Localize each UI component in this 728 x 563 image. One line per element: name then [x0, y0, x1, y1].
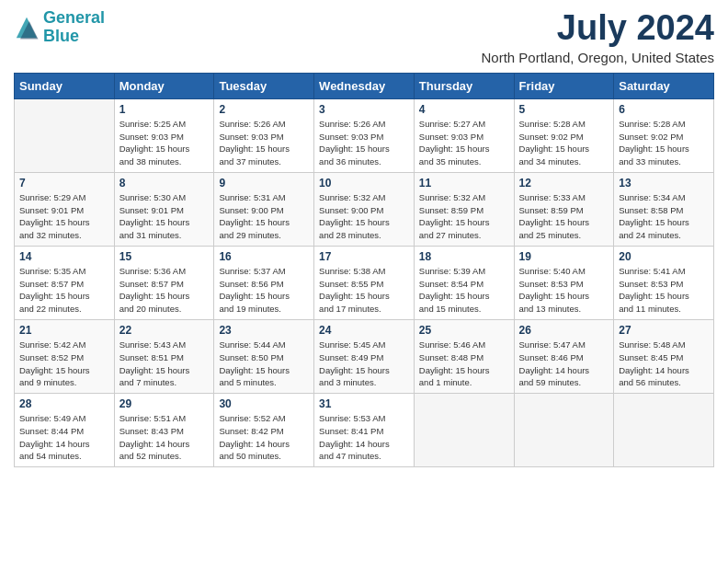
calendar-cell: 19Sunrise: 5:40 AM Sunset: 8:53 PM Dayli… [514, 246, 614, 319]
day-info: Sunrise: 5:25 AM Sunset: 9:03 PM Dayligh… [119, 118, 210, 168]
day-info: Sunrise: 5:48 AM Sunset: 8:45 PM Dayligh… [619, 339, 709, 389]
day-info: Sunrise: 5:38 AM Sunset: 8:55 PM Dayligh… [319, 265, 409, 316]
day-info: Sunrise: 5:37 AM Sunset: 8:56 PM Dayligh… [219, 265, 309, 316]
calendar-cell: 13Sunrise: 5:34 AM Sunset: 8:58 PM Dayli… [614, 172, 714, 246]
logo-icon [14, 15, 40, 40]
location: North Portland, Oregon, United States [482, 50, 714, 65]
day-number: 30 [219, 397, 309, 410]
page-header: General Blue July 2024 North Portland, O… [14, 9, 714, 65]
day-info: Sunrise: 5:30 AM Sunset: 9:01 PM Dayligh… [119, 191, 210, 242]
calendar-cell: 16Sunrise: 5:37 AM Sunset: 8:56 PM Dayli… [214, 246, 314, 319]
calendar-week-row: 7Sunrise: 5:29 AM Sunset: 9:01 PM Daylig… [15, 172, 714, 246]
day-info: Sunrise: 5:27 AM Sunset: 9:03 PM Dayligh… [419, 118, 509, 168]
day-info: Sunrise: 5:53 AM Sunset: 8:41 PM Dayligh… [319, 412, 409, 463]
calendar-cell: 29Sunrise: 5:51 AM Sunset: 8:43 PM Dayli… [114, 394, 214, 467]
calendar-cell: 12Sunrise: 5:33 AM Sunset: 8:59 PM Dayli… [514, 172, 614, 246]
calendar-cell: 11Sunrise: 5:32 AM Sunset: 8:59 PM Dayli… [414, 172, 514, 246]
day-number: 11 [419, 177, 509, 190]
calendar-cell: 30Sunrise: 5:52 AM Sunset: 8:42 PM Dayli… [214, 394, 314, 467]
calendar-cell: 27Sunrise: 5:48 AM Sunset: 8:45 PM Dayli… [614, 319, 714, 393]
day-info: Sunrise: 5:35 AM Sunset: 8:57 PM Dayligh… [19, 265, 109, 316]
header-wednesday: Wednesday [314, 73, 415, 98]
title-block: July 2024 North Portland, Oregon, United… [482, 9, 714, 65]
header-saturday: Saturday [614, 73, 714, 98]
day-info: Sunrise: 5:43 AM Sunset: 8:51 PM Dayligh… [119, 339, 210, 389]
calendar-cell: 18Sunrise: 5:39 AM Sunset: 8:54 PM Dayli… [414, 246, 514, 319]
calendar-cell: 28Sunrise: 5:49 AM Sunset: 8:44 PM Dayli… [15, 394, 115, 467]
calendar-cell: 3Sunrise: 5:26 AM Sunset: 9:03 PM Daylig… [314, 98, 415, 172]
calendar-cell: 22Sunrise: 5:43 AM Sunset: 8:51 PM Dayli… [114, 319, 214, 393]
day-info: Sunrise: 5:46 AM Sunset: 8:48 PM Dayligh… [419, 339, 509, 389]
calendar-cell [614, 394, 714, 467]
header-thursday: Thursday [414, 73, 514, 98]
day-number: 28 [19, 397, 109, 410]
day-info: Sunrise: 5:39 AM Sunset: 8:54 PM Dayligh… [419, 265, 509, 316]
day-number: 14 [19, 250, 109, 263]
day-number: 8 [119, 177, 210, 190]
calendar-cell: 26Sunrise: 5:47 AM Sunset: 8:46 PM Dayli… [514, 319, 614, 393]
day-number: 2 [219, 103, 309, 116]
day-number: 3 [319, 103, 409, 116]
calendar-cell: 6Sunrise: 5:28 AM Sunset: 9:02 PM Daylig… [614, 98, 714, 172]
calendar-cell [414, 394, 514, 467]
month-title: July 2024 [482, 9, 714, 48]
day-number: 20 [619, 250, 709, 263]
day-info: Sunrise: 5:26 AM Sunset: 9:03 PM Dayligh… [219, 118, 309, 168]
day-number: 18 [419, 250, 509, 263]
day-number: 25 [419, 324, 509, 337]
day-number: 21 [19, 324, 109, 337]
day-number: 1 [119, 103, 210, 116]
day-info: Sunrise: 5:29 AM Sunset: 9:01 PM Dayligh… [19, 191, 109, 242]
calendar-week-row: 28Sunrise: 5:49 AM Sunset: 8:44 PM Dayli… [15, 394, 714, 467]
day-number: 15 [119, 250, 210, 263]
day-info: Sunrise: 5:47 AM Sunset: 8:46 PM Dayligh… [519, 339, 609, 389]
day-number: 27 [619, 324, 709, 337]
day-info: Sunrise: 5:28 AM Sunset: 9:02 PM Dayligh… [519, 118, 609, 168]
day-number: 4 [419, 103, 509, 116]
day-number: 17 [319, 250, 409, 263]
calendar-week-row: 1Sunrise: 5:25 AM Sunset: 9:03 PM Daylig… [15, 98, 714, 172]
day-info: Sunrise: 5:28 AM Sunset: 9:02 PM Dayligh… [619, 118, 709, 168]
day-number: 12 [519, 177, 609, 190]
day-info: Sunrise: 5:32 AM Sunset: 9:00 PM Dayligh… [319, 191, 409, 242]
day-info: Sunrise: 5:42 AM Sunset: 8:52 PM Dayligh… [19, 339, 109, 389]
logo-text: General Blue [43, 9, 105, 46]
calendar-cell: 20Sunrise: 5:41 AM Sunset: 8:53 PM Dayli… [614, 246, 714, 319]
logo: General Blue [14, 9, 105, 46]
day-number: 7 [19, 177, 109, 190]
day-number: 6 [619, 103, 709, 116]
day-info: Sunrise: 5:40 AM Sunset: 8:53 PM Dayligh… [519, 265, 609, 316]
day-number: 5 [519, 103, 609, 116]
header-tuesday: Tuesday [214, 73, 314, 98]
calendar-cell: 8Sunrise: 5:30 AM Sunset: 9:01 PM Daylig… [114, 172, 214, 246]
day-info: Sunrise: 5:36 AM Sunset: 8:57 PM Dayligh… [119, 265, 210, 316]
calendar-week-row: 14Sunrise: 5:35 AM Sunset: 8:57 PM Dayli… [15, 246, 714, 319]
day-info: Sunrise: 5:26 AM Sunset: 9:03 PM Dayligh… [319, 118, 409, 168]
calendar-cell: 15Sunrise: 5:36 AM Sunset: 8:57 PM Dayli… [114, 246, 214, 319]
day-info: Sunrise: 5:31 AM Sunset: 9:00 PM Dayligh… [219, 191, 309, 242]
header-sunday: Sunday [15, 73, 115, 98]
day-number: 22 [119, 324, 210, 337]
day-info: Sunrise: 5:51 AM Sunset: 8:43 PM Dayligh… [119, 412, 210, 463]
day-number: 19 [519, 250, 609, 263]
calendar-cell: 1Sunrise: 5:25 AM Sunset: 9:03 PM Daylig… [114, 98, 214, 172]
calendar-week-row: 21Sunrise: 5:42 AM Sunset: 8:52 PM Dayli… [15, 319, 714, 393]
day-number: 16 [219, 250, 309, 263]
day-info: Sunrise: 5:45 AM Sunset: 8:49 PM Dayligh… [319, 339, 409, 389]
calendar-cell: 21Sunrise: 5:42 AM Sunset: 8:52 PM Dayli… [15, 319, 115, 393]
calendar-cell: 24Sunrise: 5:45 AM Sunset: 8:49 PM Dayli… [314, 319, 415, 393]
day-info: Sunrise: 5:33 AM Sunset: 8:59 PM Dayligh… [519, 191, 609, 242]
calendar-cell [15, 98, 115, 172]
day-number: 31 [319, 397, 409, 410]
day-info: Sunrise: 5:34 AM Sunset: 8:58 PM Dayligh… [619, 191, 709, 242]
calendar-cell [514, 394, 614, 467]
calendar-cell: 9Sunrise: 5:31 AM Sunset: 9:00 PM Daylig… [214, 172, 314, 246]
day-info: Sunrise: 5:32 AM Sunset: 8:59 PM Dayligh… [419, 191, 509, 242]
day-info: Sunrise: 5:49 AM Sunset: 8:44 PM Dayligh… [19, 412, 109, 463]
calendar-cell: 2Sunrise: 5:26 AM Sunset: 9:03 PM Daylig… [214, 98, 314, 172]
calendar-table: SundayMondayTuesdayWednesdayThursdayFrid… [14, 73, 714, 467]
calendar-cell: 17Sunrise: 5:38 AM Sunset: 8:55 PM Dayli… [314, 246, 415, 319]
calendar-cell: 5Sunrise: 5:28 AM Sunset: 9:02 PM Daylig… [514, 98, 614, 172]
calendar-cell: 10Sunrise: 5:32 AM Sunset: 9:00 PM Dayli… [314, 172, 415, 246]
day-info: Sunrise: 5:41 AM Sunset: 8:53 PM Dayligh… [619, 265, 709, 316]
